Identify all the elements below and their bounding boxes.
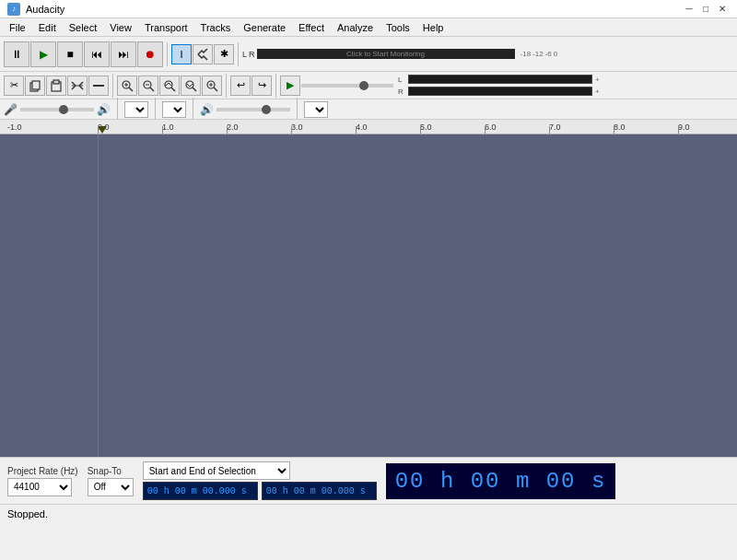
project-rate-label: Project Rate (Hz)	[7, 466, 78, 476]
multitool[interactable]: ✱	[214, 44, 234, 64]
menu-item-transport[interactable]: Transport	[139, 20, 193, 35]
tick-9	[678, 126, 679, 134]
svg-line-20	[193, 88, 196, 91]
close-button[interactable]: ✕	[715, 2, 730, 17]
output-volume-slider[interactable]	[216, 108, 290, 111]
menu-item-tracks[interactable]: Tracks	[195, 20, 237, 35]
menu-item-generate[interactable]: Generate	[238, 20, 291, 35]
pb-lr-l: L	[398, 76, 407, 84]
track-area[interactable]	[0, 134, 737, 457]
skip-end-button[interactable]: ⏭	[111, 41, 136, 67]
sep-9	[297, 98, 298, 122]
play-button[interactable]: ▶	[30, 41, 56, 67]
tick-2	[227, 126, 228, 134]
ruler-mark-neg1: -1.0	[7, 122, 22, 132]
click-to-start[interactable]: Click to Start Monitoring	[346, 50, 425, 58]
sep-7	[155, 98, 156, 122]
cut-tool[interactable]: ✂	[4, 76, 24, 96]
menu-item-help[interactable]: Help	[417, 20, 450, 35]
tick-8	[614, 126, 614, 134]
svg-line-8	[79, 86, 83, 89]
snap-to-group: Snap-To Off	[88, 466, 134, 496]
pause-button[interactable]: ⏸	[4, 41, 29, 67]
snap-to-label: Snap-To	[88, 466, 134, 476]
record-button[interactable]: ⏺	[137, 41, 163, 67]
separator-2	[238, 42, 239, 66]
selection-group: Start and End of Selection 00 h 00 m 00.…	[143, 461, 377, 500]
ruler-mark-5: 5.0	[420, 122, 432, 132]
play-rate-button[interactable]: ▶	[280, 76, 300, 96]
menu-item-select[interactable]: Select	[64, 20, 103, 35]
zoom-in-tool[interactable]	[117, 76, 137, 96]
tick-4	[356, 126, 357, 134]
menu-item-file[interactable]: File	[4, 20, 31, 35]
trim-tool[interactable]	[67, 76, 88, 96]
svg-point-19	[186, 81, 193, 88]
playback-meter: L + R +	[398, 74, 600, 97]
menu-item-edit[interactable]: Edit	[33, 20, 62, 35]
toolbar-section: ⏸ ▶ ■ ⏮ ⏭ ⏺ I ✱ L R Click to Start Monit…	[0, 37, 737, 120]
redo-tool[interactable]: ↪	[252, 76, 272, 96]
ruler-inner: -1.0 0.0 1.0 2.0 3.0 4.0 5.0 6.0 7.0 8.0…	[0, 120, 737, 134]
zoom-fit-sel-tool[interactable]	[159, 76, 180, 96]
pitch-select[interactable]	[162, 101, 186, 118]
tick-5	[420, 126, 421, 134]
title-bar-left: ♪ Audacity	[7, 3, 64, 16]
minimize-button[interactable]: ─	[682, 2, 696, 17]
ruler: -1.0 0.0 1.0 2.0 3.0 4.0 5.0 6.0 7.0 8.0…	[0, 120, 737, 134]
bottom-area: Project Rate (Hz) 44100 Snap-To Off Star…	[0, 457, 737, 504]
meter-scale-0: 0	[554, 50, 557, 58]
pb-plus-l: +	[595, 76, 600, 84]
zoom-fit-track-tool[interactable]	[181, 76, 201, 96]
meter-scale-12: -12	[532, 50, 544, 58]
edit-toolbar: ✂ ↩	[0, 72, 737, 99]
paste-tool[interactable]	[46, 76, 66, 96]
svg-line-5	[72, 82, 76, 86]
sep-8	[193, 98, 193, 122]
ruler-mark-1: 1.0	[162, 122, 174, 132]
undo-tool[interactable]: ↩	[230, 76, 251, 96]
ruler-mark-3: 3.0	[291, 122, 303, 132]
menu-item-analyze[interactable]: Analyze	[332, 20, 379, 35]
svg-line-18	[171, 88, 175, 91]
ruler-mark-7: 7.0	[549, 122, 561, 132]
time-field-2[interactable]: 00 h 00 m 00.000 s	[262, 482, 377, 500]
selection-tool[interactable]: I	[171, 44, 192, 64]
ruler-mark-2: 2.0	[227, 122, 239, 132]
svg-line-11	[129, 88, 133, 91]
tick-3	[291, 126, 292, 134]
separator-4	[226, 74, 227, 98]
playback-meter-l: L +	[398, 74, 600, 85]
menu-item-effect[interactable]: Effect	[293, 20, 330, 35]
title-bar: ♪ Audacity ─ □ ✕	[0, 0, 737, 18]
stop-button[interactable]: ■	[57, 41, 83, 67]
zoom-toggle-tool[interactable]	[202, 76, 222, 96]
mic-volume-slider[interactable]	[20, 108, 94, 111]
svg-rect-9	[93, 85, 104, 87]
playback-device-select[interactable]	[304, 101, 328, 118]
output-device-select[interactable]	[124, 101, 148, 118]
selection-type-select[interactable]: Start and End of Selection	[143, 461, 290, 480]
transport-toolbar: ⏸ ▶ ■ ⏮ ⏭ ⏺ I ✱ L R Click to Start Monit…	[0, 37, 737, 72]
skip-start-button[interactable]: ⏮	[84, 41, 110, 67]
maximize-button[interactable]: □	[698, 2, 713, 17]
ruler-mark-8: 8.0	[614, 122, 626, 132]
zoom-out-tool[interactable]	[138, 76, 158, 96]
silence-tool[interactable]	[88, 76, 109, 96]
menu-item-tools[interactable]: Tools	[380, 20, 415, 35]
menu-item-view[interactable]: View	[104, 20, 137, 35]
output-speaker-icon: 🔊	[200, 103, 214, 116]
time-field-1[interactable]: 00 h 00 m 00.000 s	[143, 482, 258, 500]
tick-1	[162, 126, 163, 134]
pb-bar-r	[408, 87, 592, 96]
svg-line-6	[72, 86, 76, 89]
snap-to-select[interactable]: Off	[88, 478, 134, 496]
project-rate-select[interactable]: 44100	[7, 478, 72, 496]
title-bar-controls: ─ □ ✕	[682, 2, 730, 17]
playback-rate-slider[interactable]	[301, 84, 393, 88]
pb-bar-l	[408, 75, 592, 84]
envelope-tool[interactable]	[193, 44, 213, 64]
copy-tool[interactable]	[25, 76, 45, 96]
ruler-mark-0: 0.0	[98, 122, 110, 132]
svg-rect-1	[32, 81, 40, 89]
